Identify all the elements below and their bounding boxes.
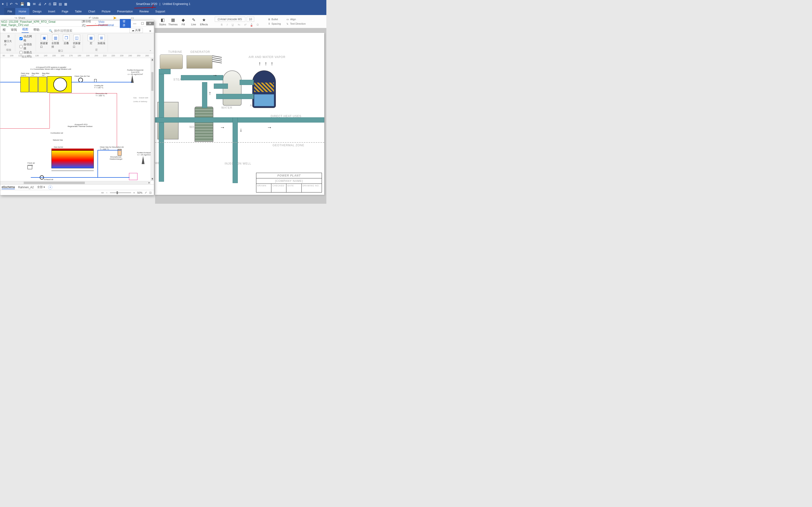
btn-hong[interactable]: ▦宏 <box>88 35 94 45</box>
cursor-icon[interactable]: ➤ <box>113 15 117 20</box>
font-color-icon[interactable]: A <box>251 23 252 26</box>
underline-icon[interactable]: U <box>232 23 234 26</box>
pane-icon[interactable]: ◫ <box>149 191 152 194</box>
scroll-up-icon[interactable]: ▲ <box>151 58 153 61</box>
ribbon-collapse-icon[interactable]: ⌄ <box>149 48 152 52</box>
tab-file[interactable]: File <box>4 8 15 15</box>
zoom-in-icon[interactable]: + <box>134 191 135 194</box>
textdir-icon[interactable]: ↳ <box>287 22 289 25</box>
h-scroll-thumb[interactable] <box>24 182 85 184</box>
v-scrollbar[interactable]: ▲ ▼ <box>151 58 154 181</box>
analyzer-box[interactable] <box>129 173 138 180</box>
chk-zidong[interactable]: 自动连接 <box>19 43 34 50</box>
filter-g4[interactable] <box>20 77 29 92</box>
sd-page[interactable]: TURBINE GENERATOR AIR AND WATER VAPOR ST… <box>155 33 324 195</box>
add-sheet-icon[interactable]: + <box>48 185 52 189</box>
rbtn-line[interactable]: ✎Line <box>189 17 199 26</box>
fit-icon[interactable]: ⤢ <box>145 191 147 194</box>
tab-table[interactable]: Table <box>72 8 85 15</box>
spacing-icon[interactable]: ⇕ <box>268 22 270 25</box>
heat-exchanger[interactable] <box>195 107 213 142</box>
stack-1[interactable] <box>131 75 134 83</box>
rbtn-effects[interactable]: ★Effects <box>199 17 209 26</box>
rto-bed[interactable] <box>51 151 94 168</box>
vg1-fang[interactable]: 放 <box>7 35 10 38</box>
tab-presentation[interactable]: Presentation <box>114 8 136 15</box>
filter-f9[interactable] <box>38 77 47 92</box>
btn-qiehuan[interactable]: ◫切换窗口 <box>73 35 81 49</box>
superscript-icon[interactable]: x² <box>244 23 247 26</box>
image-icon[interactable]: 🖼 <box>53 2 56 6</box>
rbtn-themes[interactable]: ▦Themes <box>168 17 178 26</box>
visio-window[interactable]: NO2--151209_Flowchart_KPR_RTO_Great Wall… <box>0 20 154 195</box>
tab-insert[interactable]: Insert <box>45 8 58 15</box>
font-select[interactable]: @Arial Unicode MS <box>215 17 245 22</box>
rbtn-fill[interactable]: ◆Fill <box>178 17 189 26</box>
vtab-bangzhu[interactable]: 帮助 <box>33 27 40 33</box>
slide-icon[interactable]: ▦ <box>64 2 67 6</box>
scroll-right-icon[interactable]: ▶ <box>149 181 150 184</box>
tab-support[interactable]: Support <box>152 8 168 15</box>
chk-dongtai[interactable]: 动态网格 <box>19 35 34 43</box>
scroll-thumb[interactable] <box>151 72 153 91</box>
visio-titlebar[interactable]: NO2--151209_Flowchart_KPR_RTO_Great Wall… <box>0 20 154 26</box>
sheet-1[interactable]: eßschema <box>2 185 15 189</box>
export-icon[interactable]: ↗ <box>44 2 47 6</box>
zoom-slider[interactable] <box>110 192 131 193</box>
scroll-down-icon[interactable]: ▼ <box>151 178 153 180</box>
minimize-icon[interactable]: — <box>131 21 139 25</box>
title-block[interactable]: POWER PLANT [COMPANY NAME] DRAWN CHECKED… <box>256 173 322 192</box>
visio-search[interactable]: 🔍操作说明搜索 <box>49 29 72 33</box>
vtab-cheng[interactable]: 程 <box>2 27 6 33</box>
bullet-icon[interactable]: ≣ <box>268 18 270 21</box>
shape-icon[interactable]: ▭ <box>131 16 134 20</box>
subscript-icon[interactable]: x₂ <box>238 23 240 26</box>
h-scrollbar[interactable]: ▶ <box>0 181 151 184</box>
font-size[interactable]: 10 <box>247 17 254 22</box>
turbine-shape[interactable] <box>160 54 183 69</box>
open-icon[interactable]: 📄 <box>27 2 31 6</box>
freshair-box[interactable] <box>28 165 32 169</box>
visio-login-button[interactable]: 登录 <box>120 19 131 28</box>
italic-icon[interactable]: I <box>227 23 227 26</box>
chk-lianjie[interactable]: 连接点 <box>19 50 32 54</box>
btn-cengdie[interactable]: ❐层叠 <box>63 35 69 49</box>
tab-design[interactable]: Design <box>30 8 45 15</box>
btn-xinjian[interactable]: ▣新建窗口 <box>40 35 48 49</box>
tab-page[interactable]: Page <box>58 8 72 15</box>
fan-clean[interactable] <box>78 78 83 82</box>
close-icon[interactable]: ✕ <box>146 21 154 25</box>
btn-quanbu[interactable]: ▥全部重排 <box>51 35 59 49</box>
app-icon[interactable]: ✦ <box>1 2 4 6</box>
vg1-ckdx[interactable]: 窗口大小 <box>4 40 13 47</box>
tab-picture[interactable]: Picture <box>98 8 114 15</box>
rbtn-styles[interactable]: ◧Styles <box>157 17 168 26</box>
mail-icon[interactable]: ✉ <box>33 2 36 6</box>
tab-chart[interactable]: Chart <box>85 8 98 15</box>
share-icon[interactable]: ↪ <box>14 16 17 20</box>
smartdraw-canvas[interactable]: TURBINE GENERATOR AIR AND WATER VAPOR ST… <box>155 28 326 204</box>
omega-icon[interactable]: Ω <box>257 23 258 26</box>
maximize-icon[interactable]: ☐ <box>139 21 146 25</box>
print-icon[interactable]: 🖨 <box>38 2 41 6</box>
align-icon[interactable]: ▭ <box>287 18 289 21</box>
sheet-2[interactable]: Rahmen_A2 <box>18 186 34 189</box>
btn-jiazai[interactable]: ⊞加载项 <box>98 35 105 45</box>
rotary-wheel[interactable] <box>53 78 67 91</box>
tab-review[interactable]: Review <box>136 8 152 15</box>
vtab-shitu[interactable]: 视图 <box>21 26 29 33</box>
tab-home[interactable]: Home <box>15 8 30 15</box>
bold-icon[interactable]: B <box>221 23 222 26</box>
pdf-icon[interactable]: ⎙ <box>49 2 51 6</box>
presentation-icon[interactable]: ▭ <box>101 191 104 194</box>
sheet-all[interactable]: 全部 ▾ <box>37 185 45 189</box>
save-icon[interactable]: 💾 <box>20 2 24 6</box>
stack-2[interactable] <box>142 156 145 164</box>
visio-canvas[interactable]: 4 Ecopure® KPR systems in parallel 4 x C… <box>0 58 154 184</box>
redo-icon[interactable]: ↷ <box>15 2 18 6</box>
vtab-shenyue[interactable]: 审阅 <box>10 27 17 33</box>
zoom-out-icon[interactable]: − <box>106 191 107 194</box>
undo-icon[interactable]: ↶ <box>10 2 13 6</box>
filter-f7[interactable] <box>30 77 38 92</box>
doc-icon[interactable]: ▤ <box>59 2 62 6</box>
